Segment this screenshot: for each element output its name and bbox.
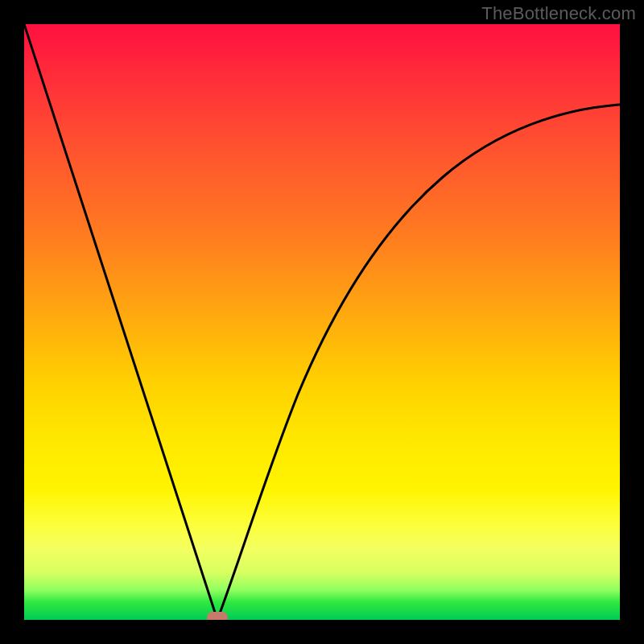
- plot-area: [24, 24, 620, 620]
- watermark-text: TheBottleneck.com: [481, 3, 636, 24]
- curve-path: [24, 24, 620, 620]
- bottleneck-curve: [24, 24, 620, 620]
- dip-marker: [207, 612, 228, 620]
